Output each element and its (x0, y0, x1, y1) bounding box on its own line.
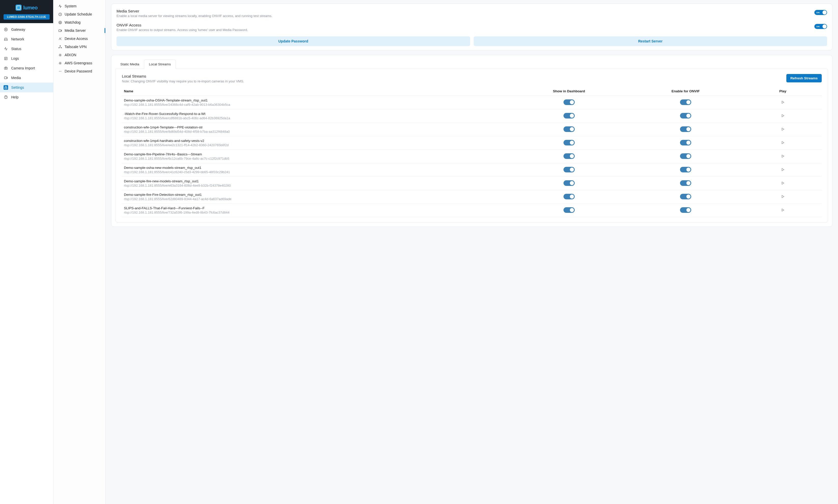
media-server-toggle[interactable]: ON (814, 10, 827, 15)
svg-point-17 (59, 54, 60, 55)
primary-nav-camera-import[interactable]: Camera Import (0, 63, 53, 73)
secondary-nav-aws-greengrass[interactable]: AWS Greengrass (53, 59, 105, 67)
secondary-nav-label: Watchdog (65, 20, 81, 24)
dashboard-toggle[interactable] (564, 207, 575, 213)
primary-nav-settings[interactable]: Settings (0, 83, 53, 92)
secondary-nav-update-schedule[interactable]: Update Schedule (53, 10, 105, 18)
svg-point-16 (61, 47, 61, 48)
onvif-row-toggle[interactable] (680, 194, 691, 199)
primary-nav-label: Logs (11, 56, 19, 60)
media-server-title: Media Server (117, 9, 272, 13)
primary-nav-logs[interactable]: Logs (0, 54, 53, 63)
dashboard-toggle[interactable] (564, 140, 575, 145)
media-server-setting: Media Server Enable a local media server… (117, 8, 827, 21)
streams-table: Name Show in Dashboard Enable for ONVIF … (122, 87, 822, 217)
primary-nav-network[interactable]: Network (0, 34, 53, 44)
svg-point-21 (61, 71, 61, 71)
dashboard-toggle[interactable] (564, 167, 575, 173)
col-play: Play (744, 87, 822, 96)
primary-nav-media[interactable]: Media (0, 73, 53, 83)
play-icon[interactable] (781, 181, 785, 185)
onvif-row-toggle[interactable] (680, 207, 691, 213)
play-icon[interactable] (781, 195, 785, 198)
onvif-row-toggle[interactable] (680, 140, 691, 145)
svg-rect-13 (58, 30, 61, 32)
svg-point-20 (60, 71, 60, 71)
dashboard-toggle[interactable] (564, 153, 575, 159)
stream-row: construction-wfe-1mp4-hardhats-and-safet… (122, 136, 822, 150)
refresh-streams-button[interactable]: Refresh Streams (786, 74, 822, 83)
network-icon (3, 37, 8, 41)
settings-icon (3, 85, 8, 90)
play-icon[interactable] (781, 168, 785, 172)
secondary-nav-media-server[interactable]: Media Server (53, 26, 105, 35)
onvif-row-toggle[interactable] (680, 167, 691, 173)
stream-url: rtsp://192.168.1.181:8555/live/c41c6240-… (124, 170, 509, 174)
dashboard-toggle[interactable] (564, 100, 575, 105)
svg-marker-22 (782, 101, 784, 103)
svg-rect-2 (4, 39, 7, 40)
gateway-icon (3, 27, 8, 32)
play-icon[interactable] (781, 127, 785, 131)
dashboard-toggle[interactable] (564, 194, 575, 199)
primary-nav-status[interactable]: Status (0, 44, 53, 54)
play-icon[interactable] (781, 101, 785, 104)
onvif-row-toggle[interactable] (680, 180, 691, 186)
stream-name: Demo-sample-fire-Pipeline-7ihr4s--Basics… (124, 152, 509, 156)
tab-local-streams[interactable]: Local Streams (144, 59, 176, 69)
onvif-row-toggle[interactable] (680, 126, 691, 132)
play-icon[interactable] (781, 141, 785, 144)
stream-name: Demo-sample-fire-Fire-Detection-stream_r… (124, 193, 509, 197)
watchdog-icon (58, 20, 62, 24)
primary-nav-gateway[interactable]: Gateway (0, 25, 53, 34)
primary-nav-help[interactable]: Help (0, 92, 53, 102)
update-password-button[interactable]: Update Password (117, 36, 470, 46)
update-schedule-icon (58, 12, 62, 16)
primary-nav-label: Network (11, 37, 24, 41)
dashboard-toggle[interactable] (564, 113, 575, 119)
brand-logo: lumeo (3, 4, 50, 11)
stream-name: Demo-sample-osha-OSHA-Template-stream_rt… (124, 98, 509, 102)
svg-point-18 (59, 62, 60, 64)
secondary-nav-label: Media Server (65, 29, 86, 33)
play-icon[interactable] (781, 114, 785, 118)
help-icon (3, 95, 8, 100)
play-icon[interactable] (781, 154, 785, 158)
stream-row: Demo-sample-osha-OSHA-Template-stream_rt… (122, 96, 822, 109)
onvif-setting: ONVIF Access Enable ONVIF access to outp… (117, 21, 827, 35)
primary-nav: GatewayNetworkStatusLogsCamera ImportMed… (0, 23, 53, 504)
svg-point-19 (59, 71, 59, 71)
secondary-nav-device-access[interactable]: Device Access (53, 35, 105, 43)
secondary-sidebar: SystemUpdate ScheduleWatchdogMedia Serve… (53, 0, 106, 504)
secondary-nav-label: Update Schedule (65, 12, 92, 16)
svg-rect-7 (5, 87, 7, 89)
svg-marker-30 (782, 209, 784, 211)
onvif-row-toggle[interactable] (680, 113, 691, 119)
panel-title: Local Streams (122, 74, 244, 78)
primary-nav-label: Settings (11, 86, 24, 90)
stream-row: Demo-sample-fire-Fire-Detection-stream_r… (122, 190, 822, 204)
play-icon[interactable] (781, 208, 785, 212)
onvif-row-toggle[interactable] (680, 100, 691, 105)
svg-marker-29 (782, 195, 784, 198)
secondary-nav-tailscale-vpn[interactable]: Tailscale VPN (53, 43, 105, 51)
onvif-row-toggle[interactable] (680, 153, 691, 159)
stream-url: rtsp://192.168.1.181:8555/live/62d80489-… (124, 197, 509, 201)
svg-marker-27 (782, 168, 784, 170)
secondary-nav-label: AWS Greengrass (65, 61, 92, 65)
onvif-toggle[interactable]: ON (814, 24, 827, 29)
media-server-icon (58, 29, 62, 33)
secondary-nav-system[interactable]: System (53, 2, 105, 10)
svg-point-9 (6, 98, 6, 98)
logo-mark-icon (16, 4, 22, 11)
dashboard-toggle[interactable] (564, 180, 575, 186)
stream-name: construction-wfe-1mp4-hardhats-and-safet… (124, 139, 509, 143)
dashboard-toggle[interactable] (564, 126, 575, 132)
stream-url: rtsp://192.168.1.181:8555/live/6c12ca6b-… (124, 157, 509, 160)
secondary-nav-device-password[interactable]: Device Password (53, 67, 105, 75)
tab-static-media[interactable]: Static Media (115, 59, 144, 69)
secondary-nav-allxon[interactable]: AllXON (53, 51, 105, 59)
stream-name: Demo-sample-osha-new-models-stream_rtsp_… (124, 166, 509, 169)
secondary-nav-watchdog[interactable]: Watchdog (53, 18, 105, 26)
restart-server-button[interactable]: Restart Server (474, 36, 827, 46)
